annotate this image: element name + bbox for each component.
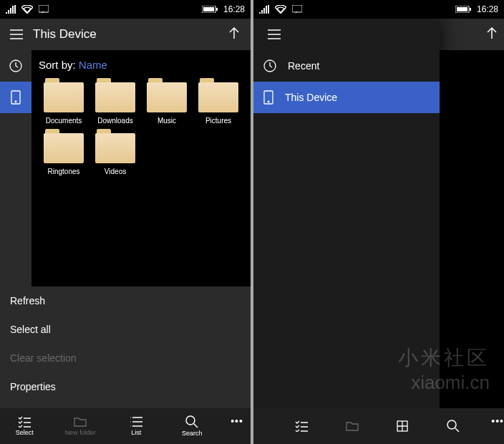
cmd-more[interactable]: ••• [231,415,243,427]
message-icon [292,5,302,14]
folder-pictures[interactable]: Pictures [193,78,243,125]
svg-point-6 [15,101,16,102]
battery-icon [455,6,471,13]
command-bar: Select New folder List Search ••• [0,408,251,444]
status-bar: 16:28 [0,0,251,19]
app-header: This Device [0,19,251,50]
folder-icon [197,78,240,112]
svg-rect-0 [39,5,49,12]
folder-icon [145,78,188,112]
command-bar: ••• [253,408,504,444]
ctx-refresh[interactable]: Refresh [0,286,251,315]
folder-icon [42,129,85,163]
cmd-search[interactable]: Search [175,415,209,437]
rail-this-device[interactable] [0,82,32,113]
folder-documents[interactable]: Documents [39,78,89,125]
svg-point-14 [268,101,269,102]
clock-icon [263,59,276,72]
cmd-more[interactable]: ••• [491,415,504,427]
sort-control[interactable]: Sort by: Name [39,59,243,71]
folder-ringtones[interactable]: Ringtones [39,129,89,175]
status-time: 16:28 [223,4,245,14]
hamburger-button[interactable] [4,19,29,50]
cmd-grid[interactable] [390,420,415,432]
folder-videos[interactable]: Videos [90,129,140,175]
status-time: 16:28 [477,4,498,14]
up-button[interactable] [487,26,497,42]
folder-music[interactable]: Music [142,78,192,125]
header-partial [440,19,504,50]
cmd-list[interactable]: List [119,416,153,436]
svg-rect-3 [216,8,218,11]
svg-point-7 [186,416,195,425]
status-bar: 16:28 [253,0,504,19]
signal-icon [6,5,16,14]
ctx-properties[interactable]: Properties [0,372,251,401]
battery-icon [202,6,218,13]
sort-value: Name [79,59,107,71]
svg-rect-2 [203,7,214,11]
folder-icon [94,78,137,112]
svg-point-16 [447,420,456,429]
up-button[interactable] [222,26,246,42]
cmd-select[interactable] [289,420,314,432]
svg-rect-8 [292,5,302,12]
cmd-new-folder [340,420,365,432]
screenshot-right: 16:28 Recent This Device 小米社区 xiaomi.cn [253,0,504,444]
ctx-select-all[interactable]: Select all [0,315,251,344]
page-title: This Device [29,27,222,42]
nav-drawer: Recent This Device [253,19,440,444]
message-icon [39,5,49,14]
hamburger-button[interactable] [262,19,286,50]
svg-rect-11 [470,8,471,11]
cmd-search[interactable] [441,420,466,433]
folder-icon [94,129,137,163]
wifi-icon [275,5,286,14]
ctx-clear-selection: Clear selection [0,344,251,372]
signal-icon [259,5,269,14]
rail-recent[interactable] [0,50,32,82]
drawer-this-device[interactable]: This Device [253,82,440,113]
folder-icon [42,78,85,112]
cmd-new-folder: New folder [63,416,97,436]
folder-grid: Documents Downloads Music Pictures Ringt… [39,78,243,175]
screenshot-left: 16:28 This Device Sort by: Name Docum [0,0,251,444]
wifi-icon [21,5,33,14]
svg-rect-10 [457,7,467,11]
folder-downloads[interactable]: Downloads [90,78,140,125]
drawer-recent[interactable]: Recent [253,50,440,82]
cmd-select[interactable]: Select [7,416,42,436]
context-menu: Refresh Select all Clear selection Prope… [0,286,251,408]
sort-label: Sort by: [39,59,76,71]
phone-icon [263,90,273,105]
